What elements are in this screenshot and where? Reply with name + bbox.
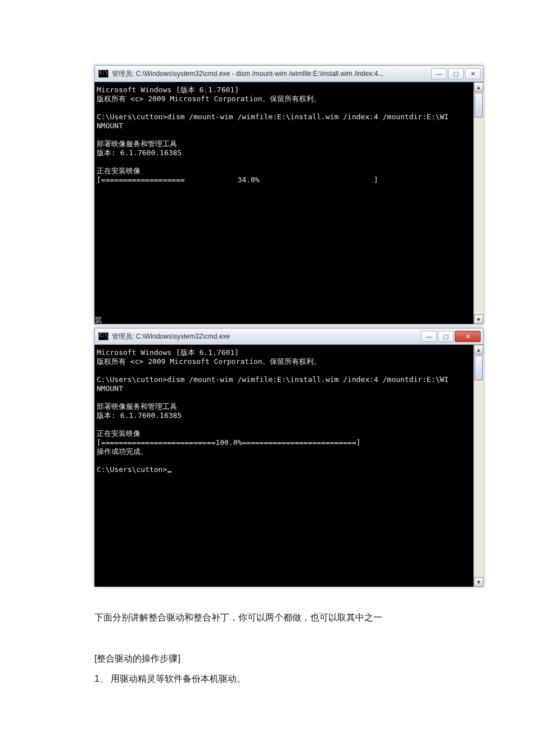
cmd-icon [98, 70, 108, 78]
scrollbar-thumb[interactable] [474, 93, 483, 118]
window-title: 管理员: C:\Windows\system32\cmd.exe [112, 332, 421, 341]
titlebar[interactable]: 管理员: C:\Windows\system32\cmd.exe — ▢ ✕ [94, 328, 483, 345]
console-line: NMOUNT [97, 122, 123, 130]
console-line: C:\Users\cutton>dism /mount-wim /wimfile… [97, 375, 449, 384]
console-line: 部署映像服务和管理工具 [97, 140, 177, 148]
console-line: [=================== 34.0% ] [97, 176, 378, 184]
close-button[interactable]: ✕ [455, 331, 481, 342]
console-line: 版本: 6.1.7600.16385 [97, 148, 182, 157]
console-line: Microsoft Windows [版本 6.1.7601] [97, 86, 239, 94]
scroll-down-icon[interactable]: ▼ [474, 314, 483, 324]
console-line: 操作成功完成。 [97, 447, 148, 456]
vertical-scrollbar[interactable]: ▲ ▼ [473, 345, 483, 587]
scrollbar-thumb[interactable] [474, 356, 483, 380]
cmd-window-1: 管理员: C:\Windows\system32\cmd.exe - dism … [94, 65, 483, 324]
console-line: C:\Users\cutton> [97, 465, 167, 474]
maximize-button[interactable]: ▢ [448, 68, 464, 79]
minimize-button[interactable]: — [421, 331, 437, 342]
console-output: Microsoft Windows [版本 6.1.7601] 版权所有 <c>… [94, 82, 473, 324]
console-line: 版权所有 <c> 2009 Microsoft Corporation。保留所有… [97, 94, 321, 103]
console-line: 正在安装映像 [97, 429, 141, 438]
close-button[interactable]: ✕ [465, 68, 481, 79]
cursor-icon [168, 471, 171, 472]
titlebar[interactable]: 管理员: C:\Windows\system32\cmd.exe - dism … [94, 65, 483, 82]
console-line: Microsoft Windows [版本 6.1.7601] [97, 348, 239, 357]
scrollbar-track[interactable] [474, 354, 483, 577]
doc-paragraph: 下面分别讲解整合驱动和整合补丁，你可以两个都做，也可以取其中之一 [94, 609, 482, 626]
console-line: 版权所有 <c> 2009 Microsoft Corporation。保留所有… [97, 357, 321, 366]
console-line: NMOUNT [97, 384, 123, 393]
scroll-up-icon[interactable]: ▲ [474, 345, 483, 354]
maximize-button[interactable]: ▢ [438, 331, 454, 342]
scroll-down-icon[interactable]: ▼ [474, 577, 483, 587]
doc-paragraph: 1、 用驱动精灵等软件备份本机驱动。 [94, 670, 482, 687]
console-line: 版本: 6.1.7600.16385 [97, 411, 182, 420]
vertical-scrollbar[interactable]: ▲ ▼ [473, 82, 483, 324]
window-title: 管理员: C:\Windows\system32\cmd.exe - dism … [112, 69, 431, 79]
window-controls: — ▢ ✕ [421, 331, 481, 342]
console-line: 正在安装映像 [97, 166, 141, 175]
console-line: C:\Users\cutton>dism /mount-wim /wimfile… [97, 112, 449, 121]
console-body: Microsoft Windows [版本 6.1.7601] 版权所有 <c>… [94, 82, 483, 324]
cmd-icon [98, 332, 108, 340]
console-line: [==========================100.0%=======… [97, 438, 361, 447]
scroll-up-icon[interactable]: ▲ [474, 82, 483, 92]
document-text: 下面分别讲解整合驱动和整合补丁，你可以两个都做，也可以取其中之一 [整合驱动的操… [94, 609, 482, 688]
cmd-window-2: 管理员: C:\Windows\system32\cmd.exe — ▢ ✕ M… [94, 328, 483, 587]
page: 管理员: C:\Windows\system32\cmd.exe - dism … [0, 0, 534, 688]
console-line: 部署映像服务和管理工具 [97, 402, 177, 411]
console-body: Microsoft Windows [版本 6.1.7601] 版权所有 <c>… [94, 345, 483, 587]
window-controls: — ▢ ✕ [431, 68, 481, 79]
doc-paragraph: [整合驱动的操作步骤] [94, 650, 482, 667]
minimize-button[interactable]: — [431, 68, 447, 79]
scrollbar-track[interactable] [474, 92, 483, 314]
stray-glyph: 装 [94, 316, 102, 326]
console-output: Microsoft Windows [版本 6.1.7601] 版权所有 <c>… [94, 345, 473, 587]
